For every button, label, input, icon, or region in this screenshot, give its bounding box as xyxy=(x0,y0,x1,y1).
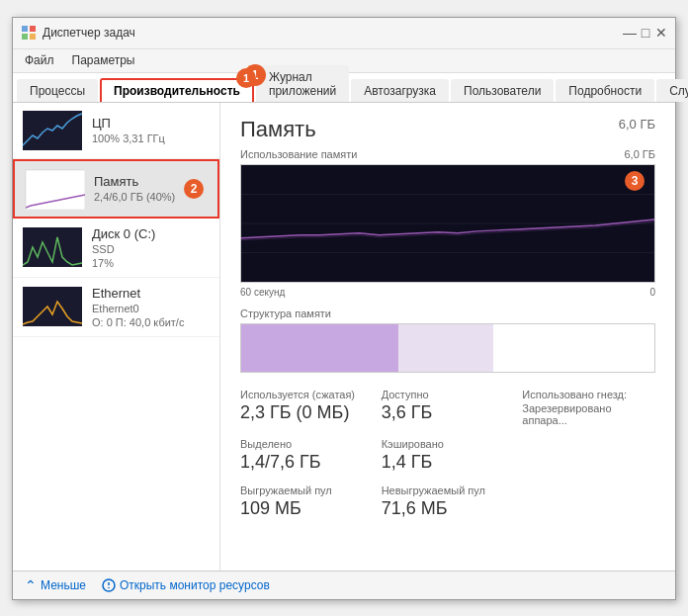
svg-rect-1 xyxy=(30,26,36,32)
sidebar-item-cpu[interactable]: ЦП 100% 3,31 ГГц xyxy=(13,103,219,159)
stat-empty xyxy=(522,438,655,473)
stat-available-value: 3,6 ГБ xyxy=(382,402,515,423)
usage-chart: 3 xyxy=(240,164,655,283)
section-total: 6,0 ГБ xyxy=(619,117,655,132)
time-right: 0 xyxy=(649,287,655,298)
memory-detail: 2,4/6,0 ГБ (40%) xyxy=(94,191,180,203)
stat-available: Доступно 3,6 ГБ xyxy=(382,389,515,426)
usage-label: Использование памяти 6,0 ГБ xyxy=(240,148,655,160)
content-area: ЦП 100% 3,31 ГГц Память 2,4/6,0 ГБ (40%) xyxy=(13,103,675,571)
structure-area xyxy=(240,323,655,373)
sidebar: ЦП 100% 3,31 ГГц Память 2,4/6,0 ГБ (40%) xyxy=(13,103,220,571)
stat-cached: Кэшировано 1,4 ГБ xyxy=(382,438,515,473)
structure-cached xyxy=(398,324,493,372)
stat-cached-value: 1,4 ГБ xyxy=(382,452,515,473)
tab-app-history[interactable]: Журнал приложений xyxy=(256,65,349,102)
stat-slots-value: Зарезервировано аппара... xyxy=(522,402,655,426)
tab-performance[interactable]: Производительность 1 1 xyxy=(100,78,254,102)
tabs-bar: Процессы Производительность 1 1 Журнал п… xyxy=(13,73,675,103)
open-monitor-button[interactable]: Открыть монитор ресурсов xyxy=(102,578,270,592)
memory-label: Память xyxy=(94,174,180,189)
title-bar: Диспетчер задач — □ ✕ xyxy=(13,18,675,49)
ethernet-detail1: Ethernet0 xyxy=(92,303,210,314)
menu-parameters[interactable]: Параметры xyxy=(64,51,143,69)
structure-free xyxy=(493,324,654,372)
svg-rect-2 xyxy=(22,34,28,40)
tab-users[interactable]: Пользователи xyxy=(451,79,554,102)
stat-slots-label: Использовано гнезд: xyxy=(522,389,655,400)
stat-pageable-label: Выгружаемый пул xyxy=(240,484,374,496)
sidebar-item-memory[interactable]: Память 2,4/6,0 ГБ (40%) 2 xyxy=(13,159,219,219)
main-content: Память 6,0 ГБ Использование памяти 6,0 Г… xyxy=(220,103,675,571)
memory-mini-graph xyxy=(25,169,84,209)
title-bar-left: Диспетчер задач xyxy=(21,25,135,41)
time-left: 60 секунд xyxy=(240,287,285,298)
badge-1-overlay: 1 xyxy=(236,68,256,88)
stat-used-value: 2,3 ГБ (0 МБ) xyxy=(240,402,374,423)
close-button[interactable]: ✕ xyxy=(655,27,667,39)
menu-file[interactable]: Файл xyxy=(17,51,62,69)
window-controls: — □ ✕ xyxy=(624,27,667,39)
disk-label: Диск 0 (C:) xyxy=(92,226,210,241)
stat-allocated-label: Выделено xyxy=(240,438,374,450)
footer: ⌃ Меньше Открыть монитор ресурсов xyxy=(13,571,675,599)
svg-rect-0 xyxy=(22,26,28,32)
stat-available-label: Доступно xyxy=(382,389,515,400)
disk-graph xyxy=(23,227,82,267)
ethernet-info: Ethernet Ethernet0 О: 0 П: 40,0 кбит/с xyxy=(92,286,210,328)
maximize-button[interactable]: □ xyxy=(640,27,651,39)
cpu-graph xyxy=(23,111,82,150)
cpu-detail: 100% 3,31 ГГц xyxy=(92,132,210,144)
task-manager-window: Диспетчер задач — □ ✕ Файл Параметры Про… xyxy=(12,17,676,600)
tab-details[interactable]: Подробности xyxy=(556,79,654,102)
svg-rect-4 xyxy=(26,170,85,210)
disk-detail2: 17% xyxy=(92,257,210,269)
disk-detail1: SSD xyxy=(92,243,210,255)
disk-info: Диск 0 (C:) SSD 17% xyxy=(92,226,210,269)
stat-nonpageable-label: Невыгружаемый пул xyxy=(382,484,515,496)
ethernet-detail2: О: 0 П: 40,0 кбит/с xyxy=(92,316,210,328)
structure-used xyxy=(241,324,398,372)
memory-info: Память 2,4/6,0 ГБ (40%) xyxy=(94,174,180,203)
main-header: Память 6,0 ГБ xyxy=(240,117,655,142)
cpu-label: ЦП xyxy=(92,116,210,131)
cpu-info: ЦП 100% 3,31 ГГц xyxy=(92,116,210,144)
stat-nonpageable-value: 71,6 МБ xyxy=(382,498,515,519)
badge-2: 2 xyxy=(184,179,204,199)
app-icon xyxy=(21,25,37,41)
ethernet-graph xyxy=(23,287,82,326)
window-title: Диспетчер задач xyxy=(43,26,135,40)
stat-used: Используется (сжатая) 2,3 ГБ (0 МБ) xyxy=(240,389,374,426)
stats-grid: Используется (сжатая) 2,3 ГБ (0 МБ) Дост… xyxy=(240,389,655,519)
section-title: Память xyxy=(240,117,316,142)
sidebar-item-ethernet[interactable]: Ethernet Ethernet0 О: 0 П: 40,0 кбит/с xyxy=(13,278,219,337)
time-labels: 60 секунд 0 xyxy=(240,287,655,298)
stat-cached-label: Кэшировано xyxy=(382,438,515,450)
stat-slots: Использовано гнезд: Зарезервировано аппа… xyxy=(522,389,655,426)
structure-label: Структура памяти xyxy=(240,308,655,319)
monitor-icon xyxy=(102,578,116,592)
stat-pageable: Выгружаемый пул 109 МБ xyxy=(240,484,374,519)
less-button[interactable]: ⌃ Меньше xyxy=(25,577,86,593)
svg-rect-3 xyxy=(30,34,36,40)
tab-processes[interactable]: Процессы xyxy=(17,79,98,102)
chevron-up-icon: ⌃ xyxy=(25,577,37,593)
badge-3: 3 xyxy=(625,171,645,191)
stat-allocated: Выделено 1,4/7,6 ГБ xyxy=(240,438,374,473)
stat-pageable-value: 109 МБ xyxy=(240,498,374,519)
svg-point-12 xyxy=(108,586,110,588)
stat-allocated-value: 1,4/7,6 ГБ xyxy=(240,452,374,473)
tab-startup[interactable]: Автозагрузка xyxy=(351,79,449,102)
stat-used-label: Используется (сжатая) xyxy=(240,389,374,400)
sidebar-item-disk[interactable]: Диск 0 (C:) SSD 17% xyxy=(13,219,219,278)
tab-services[interactable]: Службы xyxy=(656,79,688,102)
ethernet-label: Ethernet xyxy=(92,286,210,301)
stat-nonpageable: Невыгружаемый пул 71,6 МБ xyxy=(382,484,515,519)
minimize-button[interactable]: — xyxy=(624,27,636,39)
